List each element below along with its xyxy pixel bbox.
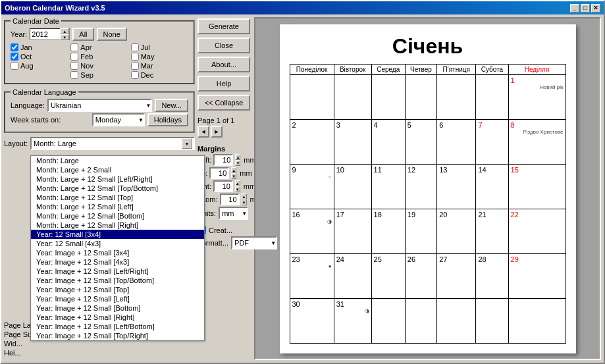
layout-option-16[interactable]: Year: Image + 12 Small [Bottom] <box>31 303 204 313</box>
cal-header-mon: Понеділок <box>290 64 334 74</box>
right-margin-input[interactable] <box>213 180 233 192</box>
about-button[interactable]: About... <box>197 57 250 72</box>
layout-option-5[interactable]: Month: Large + 12 Small [Left] <box>31 202 204 211</box>
right-up[interactable]: ▲ <box>235 180 240 186</box>
week-row: Week starts on: Monday Sunday ▼ Holidays <box>11 113 188 126</box>
layout-option-1[interactable]: Month: Large + 2 Small <box>31 165 204 174</box>
month-jul-check[interactable] <box>131 43 139 51</box>
format-select[interactable]: PDF JPG <box>231 236 277 249</box>
month-aug-check[interactable] <box>11 62 18 70</box>
preview-area: Січень Понеділок Вівторок Середа Четвер … <box>254 17 601 360</box>
month-nov-check[interactable] <box>70 62 78 70</box>
layout-option-7[interactable]: Month: Large + 12 Small [Right] <box>31 221 204 230</box>
month-oct-check[interactable] <box>11 53 18 61</box>
month-may-label: May <box>141 53 155 61</box>
page-next-button[interactable]: ► <box>211 126 223 138</box>
year-input[interactable]: 2012 <box>30 29 60 39</box>
month-mar-check[interactable] <box>131 62 139 70</box>
cal-cell-1-5: 7 <box>476 119 508 164</box>
top-margin-input[interactable] <box>209 167 229 179</box>
page-nav-text: Page 1 of 1 <box>197 117 250 124</box>
layout-option-6[interactable]: Month: Large + 12 Small [Bottom] <box>31 211 204 221</box>
page-prev-button[interactable]: ◄ <box>197 126 209 138</box>
month-dec-check[interactable] <box>131 71 139 79</box>
week-dropdown[interactable]: Monday Sunday ▼ <box>92 113 145 126</box>
close-button-main[interactable]: Close <box>197 38 250 53</box>
layout-label: Layout: <box>4 140 28 147</box>
main-window: Oberon Calendar Wizard v3.5 _ □ ✕ Calend… <box>0 0 605 364</box>
title-bar: Oberon Calendar Wizard v3.5 _ □ ✕ <box>1 1 604 14</box>
month-may-check[interactable] <box>131 53 139 61</box>
layout-option-11[interactable]: Year: Image + 12 Small [4x3] <box>31 257 204 267</box>
maximize-button[interactable]: □ <box>581 4 590 13</box>
cal-cell-4-3: 26 <box>405 253 436 298</box>
layout-current-value: Month: Large <box>34 140 76 147</box>
all-button[interactable]: All <box>72 28 93 41</box>
layout-option-17[interactable]: Year: Image + 12 Small [Right] <box>31 313 204 322</box>
units-dropdown[interactable]: mm in pt ▼ <box>219 207 248 220</box>
month-may: May <box>131 53 188 61</box>
year-up-button[interactable]: ▲ <box>60 28 69 34</box>
layout-option-4[interactable]: Month: Large + 12 Small [Top] <box>31 193 204 202</box>
layout-option-19[interactable]: Year: Image + 12 Small [Top/Right] <box>31 331 204 340</box>
layout-option-13[interactable]: Year: Image + 12 Small [Top/Bottom] <box>31 276 204 285</box>
collapse-button[interactable]: << Collapse <box>197 95 250 111</box>
layout-row: Layout: Month: Large ▼ Month: Large Mont… <box>4 137 195 150</box>
month-apr-check[interactable] <box>70 43 78 51</box>
cal-cell-0-1 <box>334 74 371 119</box>
layout-dropdown-list[interactable]: Month: Large Month: Large + 2 Small Mont… <box>30 155 205 341</box>
calendar-date-legend: Calendar Date <box>11 17 61 25</box>
cal-cell-3-6: 22 <box>508 209 566 253</box>
layout-option-18[interactable]: Year: Image + 12 Small [Left/Bottom] <box>31 322 204 331</box>
layout-option-10[interactable]: Year: Image + 12 Small [3x4] <box>31 248 204 257</box>
layout-select-display[interactable]: Month: Large ▼ <box>30 137 195 150</box>
cal-week-5: 3031◑ <box>290 298 566 343</box>
layout-option-0[interactable]: Month: Large <box>31 156 204 165</box>
top-down[interactable]: ▼ <box>231 173 236 179</box>
generate-button[interactable]: Generate <box>197 18 250 34</box>
layout-option-15[interactable]: Year: Image + 12 Small [Left] <box>31 294 204 303</box>
right-margin-spin: ▲ ▼ <box>235 180 240 192</box>
month-feb-check[interactable] <box>70 53 78 61</box>
cal-cell-1-2: 4 <box>371 119 405 164</box>
month-sep-check[interactable] <box>70 71 78 79</box>
help-button[interactable]: Help <box>197 76 250 91</box>
holidays-button[interactable]: Holidays <box>147 113 188 126</box>
cal-week-1: 2345678Різдво Христове <box>290 119 566 164</box>
page-nav-area: Page 1 of 1 ◄ ► <box>197 117 250 138</box>
none-button[interactable]: None <box>97 28 127 41</box>
top-up[interactable]: ▲ <box>231 167 236 173</box>
cal-cell-3-2: 18 <box>371 209 405 253</box>
minimize-button[interactable]: _ <box>570 4 579 13</box>
bottom-up[interactable]: ▲ <box>242 194 247 199</box>
month-jan: Jan <box>11 43 68 51</box>
language-dropdown[interactable]: Ukrainian English German ▼ <box>47 99 152 112</box>
left-margin-input[interactable] <box>213 154 233 166</box>
bottom-down[interactable]: ▼ <box>242 199 247 205</box>
months-grid: Jan Apr Jul Oct Feb May <box>11 43 188 79</box>
year-down-button[interactable]: ▼ <box>60 34 69 40</box>
left-down[interactable]: ▼ <box>235 160 240 166</box>
close-button[interactable]: ✕ <box>591 4 600 13</box>
right-down[interactable]: ▼ <box>235 186 240 192</box>
layout-option-14[interactable]: Year: Image + 12 Small [Top] <box>31 285 204 294</box>
day-note: ◑ <box>336 308 369 314</box>
layout-option-12[interactable]: Year: Image + 12 Small [Left/Right] <box>31 267 204 276</box>
bottom-margin-input[interactable] <box>220 194 240 205</box>
week-select[interactable]: Monday Sunday <box>92 113 145 126</box>
month-jan-check[interactable] <box>11 43 18 51</box>
cal-cell-3-1: 17 <box>334 209 371 253</box>
units-select[interactable]: mm in pt <box>219 207 248 220</box>
layout-dropdown-container: Month: Large ▼ Month: Large Month: Large… <box>30 137 195 150</box>
format-dropdown[interactable]: PDF JPG ▼ <box>231 236 277 249</box>
layout-option-9[interactable]: Year: 12 Small [4x3] <box>31 239 204 248</box>
language-select[interactable]: Ukrainian English German <box>47 99 152 112</box>
create-label: Creat... <box>209 226 232 234</box>
left-panel: Calendar Date Year: 2012 ▲ ▼ All None <box>4 17 195 360</box>
layout-option-2[interactable]: Month: Large + 12 Small [Left/Right] <box>31 174 204 184</box>
layout-option-8[interactable]: Year: 12 Small [3x4] <box>31 230 204 239</box>
new-button[interactable]: New... <box>155 99 188 112</box>
left-up[interactable]: ▲ <box>235 154 240 160</box>
cal-cell-2-5: 14 <box>476 164 508 209</box>
layout-option-3[interactable]: Month: Large + 12 Small [Top/Bottom] <box>31 184 204 193</box>
